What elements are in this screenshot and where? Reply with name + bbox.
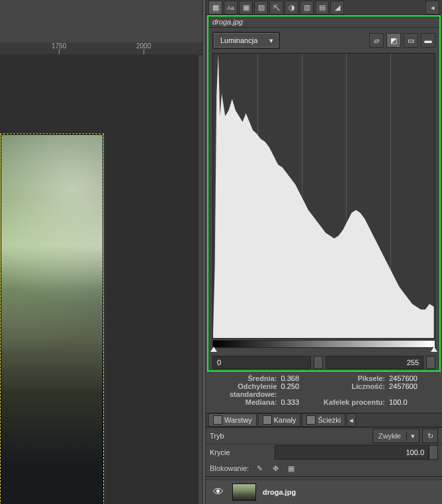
stat-pixels-value: 2457600 [389,374,435,382]
stat-pixels-label: Piksele: [321,374,390,382]
tab-histogram-icon[interactable]: ◢ [330,1,344,15]
canvas-ruler: 1750 2000 [0,42,204,55]
layer-lock-row: Blokowanie: ✎ ✥ ▦ [206,460,442,476]
layer-thumbnail[interactable] [232,483,256,501]
tab-channels[interactable]: Kanały [258,413,301,427]
layer-mode-row: Tryb Zwykłe ▾ ↻ [206,427,442,444]
histogram-shape [213,54,434,338]
layer-row[interactable]: 👁 droga.jpg [206,480,442,504]
tab-paths[interactable]: Ścieżki [302,413,345,427]
stat-median-label: Mediana: [212,398,281,406]
layer-name[interactable]: droga.jpg [263,488,296,496]
mode-select[interactable]: Zwykłe ▾ [373,429,420,443]
hist-linear-icon[interactable]: ▱ [369,33,384,48]
tab-tool-icon[interactable]: ⛏ [269,1,283,15]
visibility-toggle-icon[interactable]: 👁 [211,485,226,499]
lock-paint-icon[interactable]: ✎ [254,463,265,474]
gradient-bar [212,340,435,348]
histogram-stats: Średnia: 0.368 Piksele: 2457600 Odchylen… [206,372,442,410]
layers-icon [213,415,222,425]
chevron-down-icon: ▾ [406,432,419,441]
stat-count-label: Liczność: [321,382,390,398]
canvas-area[interactable] [0,54,199,504]
stat-median-value: 0.333 [281,398,321,406]
stat-mean-label: Średnia: [212,374,281,382]
tab-filter-icon[interactable]: ▤ [315,1,329,15]
opacity-input[interactable]: 100.0 [275,445,429,460]
channels-icon [263,415,272,425]
range-slider[interactable] [212,348,435,355]
tab-text-icon[interactable]: Aa [224,1,238,15]
lock-move-icon[interactable]: ✥ [270,463,281,474]
range-max-input[interactable]: 255 [326,356,424,369]
tab-pattern-icon[interactable]: ▦ [239,1,253,15]
tab-brush-icon[interactable]: ▩ [208,1,222,15]
hist-mode-b-icon[interactable]: ▬ [421,33,435,48]
stat-tile-value: 100.0 [389,398,435,406]
range-min-input[interactable]: 0 [212,356,311,369]
dock-menu-icon[interactable]: ◂ [425,1,439,15]
channel-select[interactable]: Luminancja ▾ [212,32,280,49]
range-max-stepper[interactable] [426,356,435,369]
reset-mode-button[interactable]: ↻ [422,429,438,443]
layer-list: 👁 droga.jpg [206,476,442,504]
stat-mean-value: 0.368 [281,374,321,382]
histogram-panel: droga.jpg Luminancja ▾ ▱ ◩ ▭ ▬ [207,15,441,372]
ruler-tick: 2000 [136,42,151,50]
dock-menu-icon[interactable]: ◂ [347,413,356,427]
histogram-filename: droga.jpg [208,17,439,28]
lock-label: Blokowanie: [210,464,249,472]
range-min-stepper[interactable] [314,356,323,369]
hist-log-icon[interactable]: ◩ [386,33,401,48]
stat-tile-label: Kafelek procentu: [321,398,390,406]
stat-count-value: 2457600 [389,382,435,398]
range-handle-high[interactable] [431,347,437,352]
range-handle-low[interactable] [210,347,217,352]
mode-select-value: Zwykłe [373,432,406,440]
lower-dock-tabs: Warstwy Kanały Ścieżki ◂ [206,413,442,427]
stat-std-label: Odchylenie standardowe: [212,382,281,398]
chevron-down-icon: ▾ [264,36,279,45]
tab-layers[interactable]: Warstwy [208,413,257,427]
dock-tabstrip: ▩ Aa ▦ ▨ ⛏ ◑ ▥ ▤ ◢ ◂ [206,0,442,15]
paths-icon [306,415,316,425]
mode-label: Tryb [210,432,269,440]
hist-mode-a-icon[interactable]: ▭ [404,33,418,48]
image-canvas[interactable] [0,134,104,504]
tab-gradient-icon[interactable]: ▨ [254,1,268,15]
channel-select-label: Luminancja [214,36,264,44]
layer-opacity-row: Krycie 100.0 [206,444,442,460]
ruler-tick: 1750 [52,42,66,50]
histogram-plot[interactable] [212,53,435,339]
lock-alpha-icon[interactable]: ▦ [286,463,296,474]
stat-std-value: 0.250 [281,382,321,398]
opacity-stepper[interactable] [429,445,438,460]
tab-grid-icon[interactable]: ▥ [300,1,314,15]
opacity-label: Krycie [210,448,269,456]
tab-mask-icon[interactable]: ◑ [285,1,298,15]
